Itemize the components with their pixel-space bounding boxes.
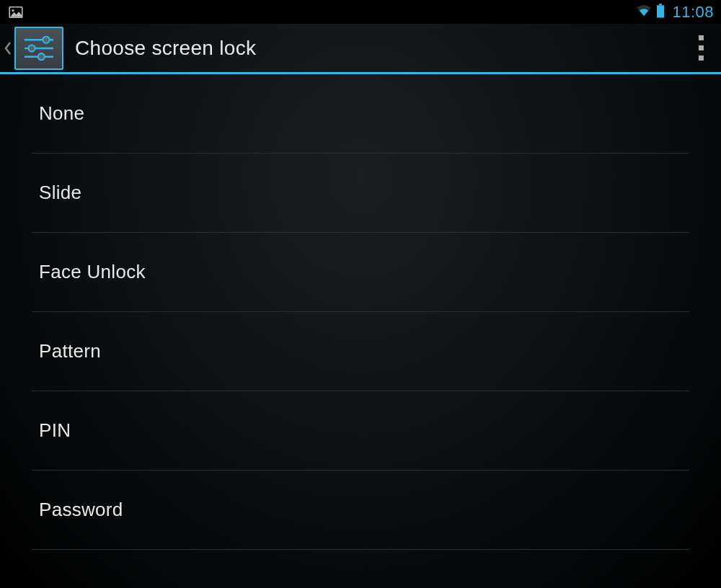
back-caret-icon [3,40,13,56]
option-slide[interactable]: Slide [32,153,689,233]
svg-rect-2 [660,4,663,5]
status-time: 11:08 [672,3,714,22]
screen-lock-options-list: None Slide Face Unlock Pattern PIN Passw… [0,74,721,550]
overflow-dot-icon [699,55,704,61]
option-label: PIN [39,419,71,442]
wifi-icon [636,4,652,20]
status-bar: 11:08 [0,0,721,24]
status-left [7,5,25,19]
page-title: Choose screen lock [75,37,686,60]
overflow-dot-icon [699,45,704,50]
overflow-menu-button[interactable] [686,30,715,66]
svg-rect-3 [657,5,664,17]
settings-icon [14,27,63,70]
option-label: Password [39,499,123,521]
back-button[interactable] [0,24,75,72]
option-label: Pattern [39,340,101,362]
overflow-dot-icon [699,35,704,40]
svg-point-1 [12,9,14,12]
picture-notification-icon [7,5,25,19]
svg-point-7 [28,45,35,51]
option-pattern[interactable]: Pattern [32,312,689,391]
option-password[interactable]: Password [32,471,689,550]
option-label: Slide [39,182,81,204]
status-right: 11:08 [636,3,714,22]
option-label: None [39,102,84,125]
action-bar: Choose screen lock [0,24,721,74]
svg-point-5 [43,36,49,43]
option-pin[interactable]: PIN [32,391,689,471]
battery-icon [656,4,665,21]
option-face-unlock[interactable]: Face Unlock [32,233,689,312]
option-none[interactable]: None [32,74,689,153]
option-label: Face Unlock [39,261,146,283]
svg-point-9 [38,53,45,60]
